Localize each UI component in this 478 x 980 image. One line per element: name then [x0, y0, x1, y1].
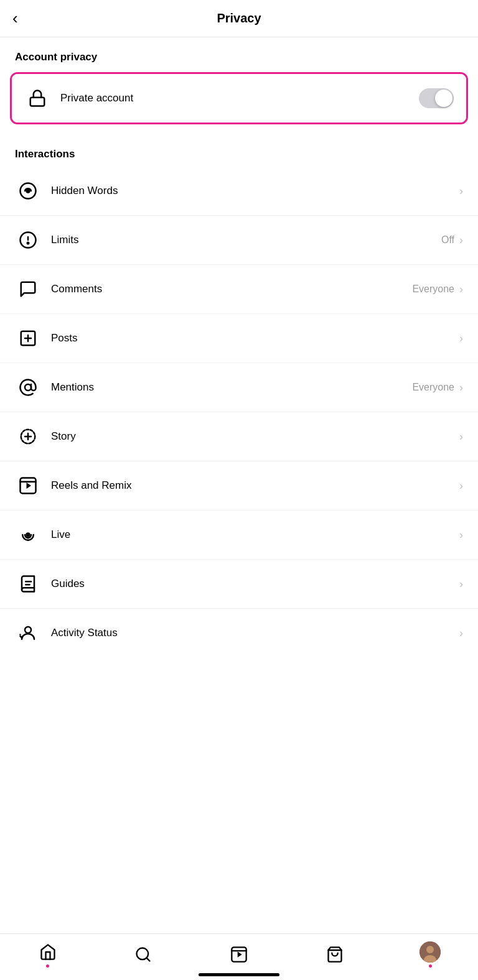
header: ‹ Privacy — [0, 0, 478, 37]
svg-marker-14 — [27, 483, 32, 489]
activity-status-label: Activity Status — [51, 627, 459, 639]
mentions-value: Everyone — [412, 382, 454, 393]
posts-row[interactable]: Posts › — [0, 314, 478, 363]
story-row[interactable]: Story › — [0, 412, 478, 461]
mentions-label: Mentions — [51, 381, 412, 394]
back-button[interactable]: ‹ — [12, 9, 18, 28]
account-privacy-label: Account privacy — [0, 37, 478, 70]
mentions-row[interactable]: Mentions Everyone › — [0, 363, 478, 412]
nav-search[interactable] — [133, 944, 154, 965]
private-account-toggle[interactable] — [419, 88, 454, 108]
reels-nav-icon — [228, 944, 250, 965]
private-account-highlight: Private account — [10, 72, 468, 124]
hidden-words-label: Hidden Words — [51, 185, 459, 197]
story-label: Story — [51, 430, 459, 443]
svg-point-16 — [27, 534, 30, 537]
chevron-icon: › — [459, 479, 463, 492]
story-icon — [15, 423, 41, 450]
guides-row[interactable]: Guides › — [0, 560, 478, 609]
comments-icon — [15, 276, 41, 302]
nav-home[interactable] — [37, 941, 59, 968]
chevron-icon: › — [459, 578, 463, 591]
hidden-words-icon — [15, 178, 41, 204]
posts-label: Posts — [51, 332, 459, 344]
reels-icon — [15, 473, 41, 499]
private-account-label: Private account — [60, 92, 419, 104]
page-title: Privacy — [217, 11, 261, 25]
comments-label: Comments — [51, 283, 412, 295]
lock-icon — [24, 85, 50, 111]
posts-icon — [15, 325, 41, 351]
activity-status-row[interactable]: Activity Status › — [0, 609, 478, 657]
svg-rect-0 — [30, 98, 45, 106]
chevron-icon: › — [459, 430, 463, 443]
svg-marker-24 — [238, 951, 242, 957]
svg-point-9 — [25, 384, 31, 391]
limits-icon — [15, 227, 41, 253]
svg-point-28 — [426, 946, 434, 953]
nav-reels[interactable] — [228, 944, 250, 965]
limits-row[interactable]: Limits Off › — [0, 216, 478, 265]
svg-point-19 — [25, 627, 31, 633]
hidden-words-row[interactable]: Hidden Words › — [0, 167, 478, 216]
interactions-label: Interactions — [0, 134, 478, 167]
nav-active-dot — [46, 964, 49, 968]
chevron-icon: › — [459, 381, 463, 394]
mentions-icon — [15, 374, 41, 400]
home-indicator — [199, 973, 279, 976]
search-icon — [133, 944, 154, 965]
live-icon — [15, 522, 41, 548]
account-privacy-section: Account privacy Private account — [0, 37, 478, 124]
chevron-icon: › — [459, 234, 463, 247]
interactions-section: Interactions Hidden Words › — [0, 134, 478, 657]
svg-point-5 — [27, 243, 29, 244]
guides-label: Guides — [51, 578, 459, 590]
shop-icon — [324, 944, 345, 965]
chevron-icon: › — [459, 185, 463, 198]
profile-active-dot — [429, 964, 432, 968]
nav-profile[interactable] — [419, 941, 441, 968]
svg-point-2 — [26, 188, 30, 193]
comments-row[interactable]: Comments Everyone › — [0, 265, 478, 314]
reels-label: Reels and Remix — [51, 479, 459, 492]
chevron-icon: › — [459, 332, 463, 345]
chevron-icon: › — [459, 627, 463, 640]
live-label: Live — [51, 529, 459, 541]
home-icon — [37, 941, 59, 963]
private-account-row[interactable]: Private account — [12, 74, 466, 122]
chevron-icon: › — [459, 529, 463, 542]
reels-row[interactable]: Reels and Remix › — [0, 461, 478, 511]
comments-value: Everyone — [412, 284, 454, 295]
limits-label: Limits — [51, 234, 441, 246]
activity-status-icon — [15, 620, 41, 646]
svg-point-20 — [19, 634, 21, 636]
live-row[interactable]: Live › — [0, 511, 478, 560]
guides-icon — [15, 571, 41, 597]
limits-value: Off — [441, 234, 454, 246]
svg-line-22 — [147, 958, 150, 961]
profile-avatar — [419, 941, 441, 963]
toggle-knob — [435, 90, 452, 107]
nav-shop[interactable] — [324, 944, 345, 965]
chevron-icon: › — [459, 283, 463, 296]
